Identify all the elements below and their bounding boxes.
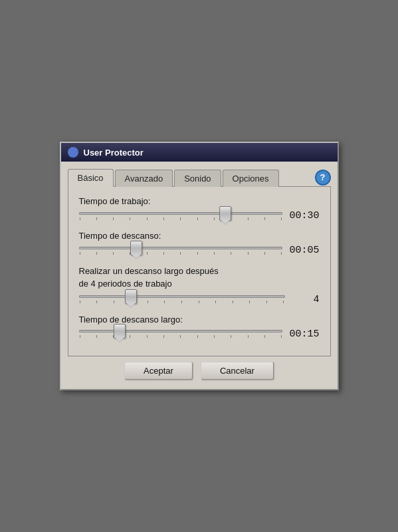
slider-thumb-descanso-largo[interactable] xyxy=(114,324,126,338)
tab-basico[interactable]: Básico xyxy=(68,169,114,187)
slider-thumb-tiempo-descanso[interactable] xyxy=(130,241,142,255)
slider-track-wrapper-descanso-largo[interactable] xyxy=(79,330,283,332)
tab-sonido[interactable]: Sonido xyxy=(174,170,221,187)
slider-track-periodos xyxy=(79,295,285,298)
slider-thumb-periodos[interactable] xyxy=(125,289,137,304)
slider-container-periodos xyxy=(79,295,285,303)
accept-button[interactable]: Aceptar xyxy=(124,362,193,380)
slider-section-periodos: Realizar un descanso largo despuésde 4 p… xyxy=(79,265,320,305)
slider-container-tiempo-descanso xyxy=(79,247,283,255)
slider-track-tiempo-trabajo xyxy=(79,212,283,215)
cancel-button[interactable]: Cancelar xyxy=(201,362,274,380)
slider-label-tiempo-descanso: Tiempo de descanso: xyxy=(79,231,320,241)
ticks-periodos xyxy=(79,301,285,303)
slider-section-tiempo-descanso: Tiempo de descanso: xyxy=(79,231,320,256)
tab-avanzado[interactable]: Avanzado xyxy=(115,170,173,187)
slider-row-tiempo-descanso: 00:05 xyxy=(79,245,320,256)
ticks-tiempo-descanso xyxy=(79,252,283,255)
slider-label-tiempo-trabajo: Tiempo de trabajo: xyxy=(79,196,320,206)
slider-section-tiempo-trabajo: Tiempo de trabajo: xyxy=(79,196,320,221)
title-bar: User Protector xyxy=(61,143,338,162)
slider-thumb-tiempo-trabajo[interactable] xyxy=(219,206,231,221)
slider-track-wrapper-periodos[interactable] xyxy=(79,295,285,298)
tab-content-basico: Tiempo de trabajo: xyxy=(68,187,331,356)
slider-label-descanso-largo: Tiempo de descanso largo: xyxy=(79,315,320,325)
slider-track-descanso-largo xyxy=(79,330,283,332)
window-title: User Protector xyxy=(84,148,144,158)
slider-track-wrapper-tiempo-trabajo[interactable] xyxy=(79,212,283,215)
slider-value-tiempo-descanso: 00:05 xyxy=(289,245,319,256)
slider-row-periodos: 4 xyxy=(79,294,320,305)
help-button[interactable]: ? xyxy=(315,170,331,186)
slider-track-wrapper-tiempo-descanso[interactable] xyxy=(79,247,283,249)
slider-track-tiempo-descanso xyxy=(79,247,283,249)
slider-value-periodos: 4 xyxy=(292,294,320,305)
window-body: Básico Avanzado Sonido Opciones ? Tiempo… xyxy=(61,162,338,388)
slider-row-tiempo-trabajo: 00:30 xyxy=(79,210,320,221)
app-icon xyxy=(68,147,78,158)
slider-value-descanso-largo: 00:15 xyxy=(289,329,319,340)
slider-label-periodos: Realizar un descanso largo despuésde 4 p… xyxy=(79,265,320,289)
tab-opciones[interactable]: Opciones xyxy=(223,170,279,187)
main-window: User Protector Básico Avanzado Sonido Op… xyxy=(60,142,339,390)
tab-strip: Básico Avanzado Sonido Opciones ? xyxy=(68,168,331,187)
button-bar: Aceptar Cancelar xyxy=(68,356,331,382)
slider-container-tiempo-trabajo xyxy=(79,212,283,220)
ticks-descanso-largo xyxy=(79,335,283,338)
slider-value-tiempo-trabajo: 00:30 xyxy=(289,210,319,221)
ticks-tiempo-trabajo xyxy=(79,217,283,220)
slider-container-descanso-largo xyxy=(79,330,283,338)
slider-row-descanso-largo: 00:15 xyxy=(79,329,320,340)
slider-section-descanso-largo: Tiempo de descanso largo: xyxy=(79,315,320,340)
